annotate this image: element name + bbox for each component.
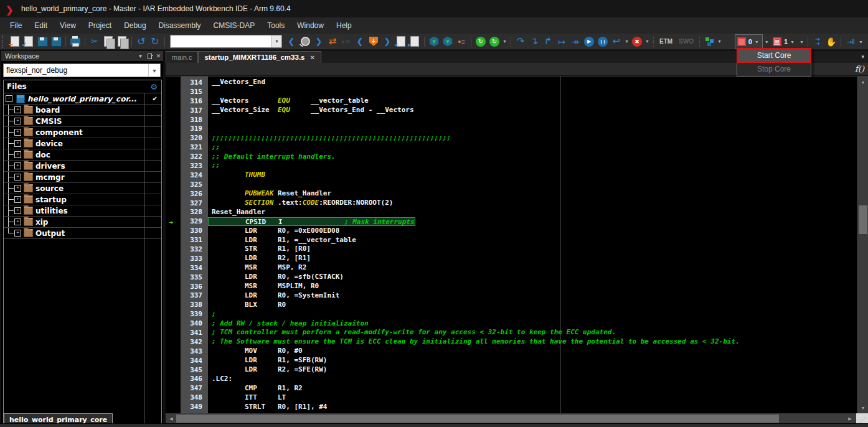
- code-line-331[interactable]: 331 LDR R1, =__vector_table: [166, 235, 857, 245]
- expand-icon[interactable]: +: [14, 151, 21, 158]
- code-line-314[interactable]: 314__Vectors_End: [166, 78, 857, 87]
- expand-icon[interactable]: +: [14, 230, 21, 237]
- code-line-329[interactable]: ➔329 CPSID I ; Mask interrupts: [166, 217, 857, 226]
- quick-search-input[interactable]: ▾: [170, 35, 282, 48]
- code-line-336[interactable]: 336 MSR MSPLIM, R0: [166, 282, 857, 291]
- tree-folder-board[interactable]: +board: [4, 105, 161, 116]
- menu-tools[interactable]: Tools: [261, 19, 291, 32]
- tree-folder-cmsis[interactable]: +CMSIS: [4, 116, 161, 127]
- menu-debug[interactable]: Debug: [118, 19, 152, 32]
- etm-button[interactable]: ETM: [656, 38, 676, 45]
- tree-folder-xip[interactable]: +xip: [4, 217, 161, 228]
- toggle-bookmark-icon[interactable]: ▸≡: [340, 35, 352, 48]
- open-file-icon[interactable]: ↙: [22, 35, 35, 48]
- resize-grip[interactable]: [856, 413, 868, 424]
- code-line-334[interactable]: 334 MSR MSP, R2: [166, 263, 857, 273]
- tree-folder-startup[interactable]: +startup: [4, 194, 161, 205]
- go-to-function-button[interactable]: f(): [855, 64, 864, 73]
- reset-dropdown[interactable]: ▾: [623, 35, 630, 48]
- code-line-348[interactable]: 348 ITT LT: [166, 393, 857, 402]
- pin-icon[interactable]: [145, 53, 154, 59]
- go-icon[interactable]: ▶: [583, 35, 595, 48]
- multicore-run-dropdown[interactable]: ▾: [857, 35, 864, 48]
- menu-disassembly[interactable]: Disassembly: [153, 19, 207, 32]
- code-line-323[interactable]: 323;;: [166, 161, 857, 171]
- code-line-341[interactable]: 341; TCM controller must perform a read-…: [166, 328, 857, 337]
- code-line-318[interactable]: 318: [166, 115, 857, 124]
- code-line-345[interactable]: 345 LDR R2, =SFE(RW): [166, 365, 857, 375]
- menu-item-start-core[interactable]: Start Core: [737, 49, 811, 62]
- break-icon[interactable]: ❙❙: [597, 35, 609, 48]
- expand-icon[interactable]: +: [14, 185, 21, 192]
- tab-list-dropdown-icon[interactable]: ▾: [861, 54, 864, 60]
- expand-icon[interactable]: +: [14, 218, 21, 225]
- swo-button[interactable]: SWO: [676, 38, 697, 45]
- expand-icon[interactable]: +: [14, 140, 21, 147]
- code-line-327[interactable]: 327 SECTION .text:CODE:REORDER:NOROOT(2): [166, 199, 857, 208]
- multicore-dropdown[interactable]: ▾: [716, 35, 723, 48]
- vertical-scroll-thumb[interactable]: [859, 205, 867, 234]
- copy-icon[interactable]: [102, 35, 115, 48]
- code-line-333[interactable]: 333 LDR R2, [R1]: [166, 254, 857, 263]
- save-all-icon[interactable]: [50, 35, 62, 48]
- step-into-icon[interactable]: ↴: [528, 35, 540, 48]
- redo-icon[interactable]: ↻: [149, 35, 161, 48]
- step-over-icon[interactable]: ↷: [514, 35, 527, 48]
- menu-project[interactable]: Project: [82, 19, 118, 32]
- code-line-326[interactable]: 326 PUBWEAK Reset_Handler: [166, 189, 857, 199]
- code-line-320[interactable]: 320;;;;;;;;;;;;;;;;;;;;;;;;;;;;;;;;;;;;;…: [166, 133, 857, 143]
- next-statement-icon[interactable]: ↦: [555, 35, 568, 48]
- tree-folder-doc[interactable]: +doc: [4, 149, 161, 161]
- core-0-button[interactable]: 0▾: [735, 34, 763, 49]
- code-line-322[interactable]: 322;; Default interrupt handlers.: [166, 152, 857, 161]
- code-line-319[interactable]: 319: [166, 124, 857, 133]
- menu-view[interactable]: View: [54, 19, 82, 32]
- tab-close-icon[interactable]: ✕: [309, 54, 314, 61]
- scroll-left-icon[interactable]: ◀: [167, 413, 176, 424]
- code-line-337[interactable]: 337 LDR R0, =SystemInit: [166, 291, 857, 300]
- menu-cmsis-dap[interactable]: CMSIS-DAP: [207, 19, 262, 32]
- workspace-close-icon[interactable]: ✕: [154, 53, 163, 59]
- step-out-icon[interactable]: ↱: [542, 35, 554, 48]
- tree-folder-drivers[interactable]: +drivers: [4, 161, 161, 172]
- code-line-335[interactable]: 335 LDR R0, =sfb(CSTACK): [166, 273, 857, 282]
- expand-icon[interactable]: +: [14, 129, 21, 136]
- gear-icon[interactable]: ⚙: [150, 82, 161, 92]
- code-line-343[interactable]: 343 MOV R0, #0: [166, 347, 857, 356]
- vertical-scrollbar[interactable]: ▲ ▼: [857, 76, 868, 413]
- chevron-down-icon[interactable]: ▾: [148, 64, 160, 77]
- reset-options-dropdown[interactable]: ▾: [501, 35, 508, 48]
- stop-debugging-icon[interactable]: ✖: [631, 35, 643, 48]
- download-active-application-icon[interactable]: ▼: [441, 35, 454, 48]
- code-line-338[interactable]: 338 BLX R0: [166, 300, 857, 309]
- tab-main-c[interactable]: main.c: [166, 51, 198, 63]
- save-icon[interactable]: [36, 35, 49, 48]
- reset-target-icon[interactable]: ↻: [474, 35, 487, 48]
- code-line-339[interactable]: 339;: [166, 309, 857, 319]
- code-line-340[interactable]: 340; Add RW / stack / heap initializaito…: [166, 319, 857, 328]
- toggle-breakpoint-icon[interactable]: +: [367, 35, 380, 48]
- build-config-value[interactable]: [4, 64, 148, 77]
- reset-core-icon[interactable]: ↻: [488, 35, 501, 48]
- code-line-347[interactable]: 347 CMP R1, R2: [166, 383, 857, 393]
- code-line-342[interactable]: 342; The Software must ensure the TCM is…: [166, 337, 857, 347]
- menu-window[interactable]: Window: [291, 19, 330, 32]
- quick-search-input[interactable]: [171, 35, 271, 47]
- next-statement-doc-icon[interactable]: ▸: [408, 35, 421, 48]
- run-to-cursor-icon[interactable]: ↠: [569, 35, 582, 48]
- expand-icon[interactable]: +: [14, 106, 21, 113]
- code-line-346[interactable]: 346.LC2:: [166, 375, 857, 384]
- collapse-icon[interactable]: −: [6, 95, 12, 102]
- menu-file[interactable]: File: [4, 19, 28, 32]
- search-dropdown-icon[interactable]: ▾: [271, 35, 281, 47]
- navigate-forward-icon[interactable]: ❯: [313, 35, 325, 48]
- print-icon[interactable]: [69, 35, 82, 48]
- code-line-349[interactable]: 349 STRLT R0, [R1], #4: [166, 402, 857, 411]
- core-0-dropdown[interactable]: ▾: [763, 35, 770, 48]
- expand-icon[interactable]: +: [14, 196, 21, 203]
- tree-folder-mcmgr[interactable]: +mcmgr: [4, 172, 161, 183]
- flash-loader-icon[interactable]: ●≡: [455, 35, 468, 48]
- menu-item-stop-core[interactable]: Stop Core: [737, 62, 811, 76]
- cut-icon[interactable]: ✂: [88, 35, 101, 48]
- horizontal-scrollbar[interactable]: ◀ ▶: [166, 413, 868, 424]
